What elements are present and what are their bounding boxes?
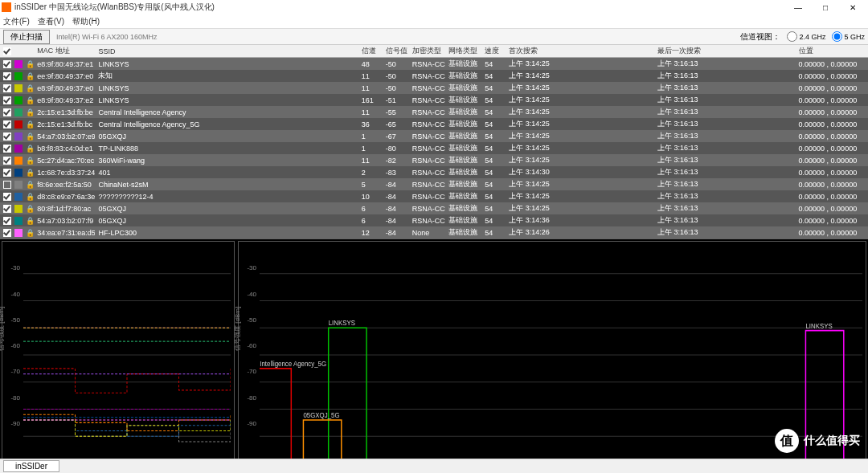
table-row[interactable]: 🔒54:a7:03:b2:07:f905GXQJ6-84RSNA-CCMP基础设…: [0, 214, 868, 226]
cell-position: 0.00000 , 0.00000: [796, 118, 868, 130]
status-tab[interactable]: inSSIDer: [3, 460, 59, 472]
cell-nettype: 基础设施: [445, 70, 481, 82]
col-position[interactable]: 位置: [796, 45, 868, 58]
cell-firstseen: 上午 3:14:25: [506, 178, 654, 190]
cell-position: 0.00000 , 0.00000: [796, 130, 868, 142]
col-nettype[interactable]: 网络类型: [445, 45, 481, 58]
row-checkbox[interactable]: [3, 72, 11, 80]
col-security[interactable]: 加密类型: [409, 45, 445, 58]
cell-position: 0.00000 , 0.00000: [796, 58, 868, 71]
cell-mac: b8:f8:83:c4:0d:e1: [34, 142, 95, 154]
svg-text:05GXQJ_5G: 05GXQJ_5G: [303, 412, 339, 419]
cell-firstseen: 上午 3:14:30: [506, 166, 654, 178]
maximize-button[interactable]: □: [812, 0, 839, 14]
cell-security: RSNA-CCMP: [409, 154, 445, 166]
lock-icon: 🔒: [23, 106, 34, 118]
minimize-button[interactable]: —: [784, 0, 812, 14]
row-checkbox[interactable]: [3, 108, 11, 116]
cell-lastseen: 上午 3:16:13: [654, 190, 796, 202]
cell-rate: 54: [481, 166, 506, 178]
cell-channel: 48: [358, 58, 383, 71]
cell-position: 0.00000 , 0.00000: [796, 142, 868, 154]
cell-security: RSNA-CCMP: [409, 166, 445, 178]
color-chip: [14, 96, 23, 104]
cell-mac: 2c:15:e1:3d:fb:be: [34, 106, 95, 118]
cell-rssi: -50: [383, 58, 409, 71]
table-row[interactable]: 🔒54:a7:03:b2:07:e905GXQJ1-67RSNA-CCMP基础设…: [0, 130, 868, 142]
table-row[interactable]: 🔒b8:f8:83:c4:0d:e1TP-LINK8881-80RSNA-CCM…: [0, 142, 868, 154]
row-checkbox[interactable]: [3, 84, 11, 92]
col-rate[interactable]: 速度: [481, 45, 506, 58]
table-row[interactable]: 🔒34:ea:e7:31:ea:d5HF-LPC30012-84None基础设施…: [0, 226, 868, 239]
cell-channel: 11: [358, 154, 383, 166]
row-checkbox[interactable]: [3, 157, 11, 165]
col-ssid[interactable]: SSID: [95, 45, 358, 58]
row-checkbox[interactable]: [3, 193, 11, 201]
table-row[interactable]: 🔒d8:c8:e9:e7:6a:3e??????????12-410-84RSN…: [0, 190, 868, 202]
cell-firstseen: 上午 3:14:25: [506, 130, 654, 142]
table-row[interactable]: 🔒1c:68:7e:d3:37:244012-83RSNA-CCMP基础设施54…: [0, 166, 868, 178]
cell-security: RSNA-CCMP: [409, 142, 445, 154]
cell-position: 0.00000 , 0.00000: [796, 70, 868, 82]
row-checkbox[interactable]: [3, 60, 11, 68]
close-button[interactable]: ✕: [839, 0, 866, 14]
table-row[interactable]: 🔒e8:9f:80:49:37:e2LINKSYS161-51RSNA-CCMP…: [0, 94, 868, 106]
col-channel[interactable]: 信道: [358, 45, 383, 58]
table-row[interactable]: 🔒5c:27:d4:ac:70:ec360WiFi-wang11-82RSNA-…: [0, 154, 868, 166]
table-row[interactable]: 🔒f8:6e:ee:f2:5a:50ChinaNet-s2sM5-84RSNA-…: [0, 178, 868, 190]
col-firstseen[interactable]: 首次搜索: [506, 45, 654, 58]
menu-view[interactable]: 查看(V): [38, 16, 64, 27]
cell-mac: e8:9f:80:49:37:e2: [34, 94, 95, 106]
time-rssi-chart[interactable]: -30-40-50-60-70-80-90 信号强度 [dBm] 3:153:1…: [2, 241, 235, 473]
channel-rssi-chart[interactable]: -30-40-50-60-70-80-90 信号强度 [dBm] LINKSYS…: [238, 241, 866, 473]
col-check[interactable]: [0, 45, 11, 58]
col-mac[interactable]: MAC 地址: [34, 45, 95, 58]
row-checkbox[interactable]: [3, 205, 11, 213]
cell-ssid: HF-LPC300: [95, 226, 358, 239]
color-chip: [14, 193, 23, 201]
row-checkbox[interactable]: [3, 229, 11, 237]
row-checkbox[interactable]: [3, 217, 11, 225]
cell-rate: 54: [481, 106, 506, 118]
lock-icon: 🔒: [23, 226, 34, 239]
row-checkbox[interactable]: [3, 120, 11, 128]
menu-help[interactable]: 帮助(H): [72, 16, 100, 27]
row-checkbox[interactable]: [3, 169, 11, 177]
table-row[interactable]: 🔒e8:9f:80:49:37:e0LINKSYS11-50RSNA-CCMP基…: [0, 82, 868, 94]
scan-toggle-button[interactable]: 停止扫描: [3, 30, 50, 44]
table-row[interactable]: 🔒2c:15:e1:3d:fb:bcCentral Intelligence A…: [0, 118, 868, 130]
adapter-label[interactable]: Intel(R) Wi-Fi 6 AX200 160MHz: [56, 33, 158, 41]
cell-ssid: ??????????12-4: [95, 190, 358, 202]
cell-firstseen: 上午 3:14:25: [506, 202, 654, 214]
radio-5ghz[interactable]: 5 GHz: [832, 31, 865, 42]
cell-rssi: -50: [383, 82, 409, 94]
cell-mac: e8:9f:80:49:37:e1: [34, 58, 95, 71]
cell-mac: 34:ea:e7:31:ea:d5: [34, 226, 95, 239]
cell-channel: 161: [358, 94, 383, 106]
row-checkbox[interactable]: [3, 96, 11, 104]
cell-security: RSNA-CCMP: [409, 70, 445, 82]
cell-firstseen: 上午 3:14:25: [506, 58, 654, 71]
cell-nettype: 基础设施: [445, 82, 481, 94]
table-row[interactable]: 🔒ee:9f:80:49:37:e0未知11-50RSNA-CCMP基础设施54…: [0, 70, 868, 82]
watermark-text: 什么值得买: [804, 434, 860, 448]
cell-ssid: Central Intelligence Agency_5G: [95, 118, 358, 130]
col-lastseen[interactable]: 最后一次搜索: [654, 45, 796, 58]
cell-security: None: [409, 226, 445, 239]
table-row[interactable]: 🔒80:8f:1d:f7:80:ac05GXQJ6-84RSNA-CCMP基础设…: [0, 202, 868, 214]
table-row[interactable]: 🔒e8:9f:80:49:37:e1LINKSYS48-50RSNA-CCMP基…: [0, 58, 868, 71]
cell-mac: d8:c8:e9:e7:6a:3e: [34, 190, 95, 202]
table-row[interactable]: 🔒2c:15:e1:3d:fb:beCentral Intelligence A…: [0, 106, 868, 118]
radio-24ghz[interactable]: 2.4 GHz: [787, 31, 825, 42]
menu-file[interactable]: 文件(F): [3, 16, 30, 27]
row-checkbox[interactable]: [3, 181, 11, 189]
cell-lastseen: 上午 3:16:13: [654, 178, 796, 190]
cell-lastseen: 上午 3:16:13: [654, 70, 796, 82]
col-rssi[interactable]: 信号值: [383, 45, 409, 58]
cell-ssid: 05GXQJ: [95, 130, 358, 142]
row-checkbox[interactable]: [3, 133, 11, 141]
lock-icon: 🔒: [23, 166, 34, 178]
row-checkbox[interactable]: [3, 145, 11, 153]
cell-rssi: -84: [383, 214, 409, 226]
lock-icon: 🔒: [23, 142, 34, 154]
